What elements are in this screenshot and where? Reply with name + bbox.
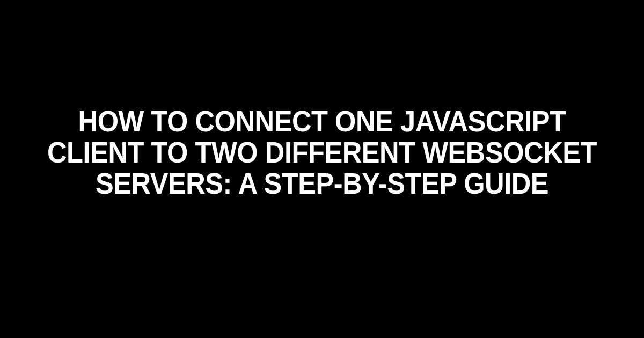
page-title: HOW TO CONNECT ONE JAVASCRIPT CLIENT TO …: [46, 106, 598, 199]
